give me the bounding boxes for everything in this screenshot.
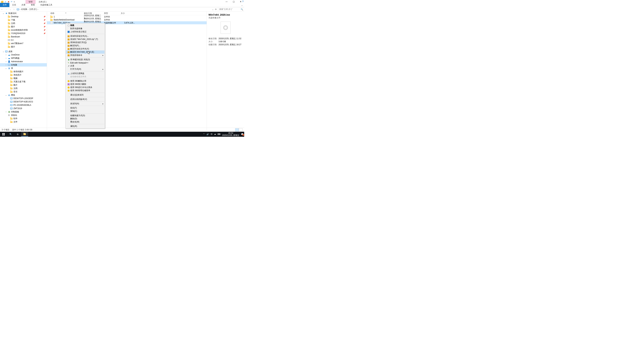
expand-icon[interactable]: ›	[5, 60, 7, 63]
col-size[interactable]: 大小	[121, 12, 136, 15]
search-button[interactable]: 🔍	[7, 132, 14, 137]
taskbar-explorer[interactable]	[21, 132, 28, 137]
menu-item[interactable]: 打开方式(H) ▸	[66, 67, 104, 71]
menu-item[interactable]: 删除(D)	[66, 117, 104, 120]
tree-item[interactable]: › ☁ OneDrive	[0, 53, 47, 56]
menu-item[interactable]: 解压到当前文件夹(X)	[66, 47, 104, 50]
tree-item[interactable]: › 👤 Administrator	[0, 60, 47, 63]
tree-item[interactable]: 🗑 回收站	[0, 113, 47, 117]
tree-item[interactable]: ⌄ 🖧 网络	[0, 93, 47, 97]
clock[interactable]: 16:32 2020/12/25, 星期五	[222, 132, 239, 136]
menu-item[interactable]: ☁ 上传到百度网盘	[66, 72, 104, 75]
start-button[interactable]	[0, 132, 7, 137]
menu-item[interactable]: 使用 360强力删除	[66, 83, 104, 86]
menu-item[interactable]: 解压到(F)...	[66, 44, 104, 47]
tree-item[interactable]: 文件	[0, 120, 47, 123]
menu-item[interactable]: 创建快捷方式(S)	[66, 114, 104, 117]
ribbon-tab-share[interactable]: 共享	[19, 3, 28, 7]
tree-item[interactable]: 本机照片	[0, 73, 47, 77]
tree-item[interactable]: 图片	[0, 83, 47, 87]
refresh-icon[interactable]: ⟳	[215, 8, 217, 10]
qat-dropdown-icon[interactable]: ▾	[14, 1, 15, 3]
tree-item[interactable]: 图片	[0, 45, 47, 48]
breadcrumb-root[interactable]: 此电脑	[21, 8, 27, 11]
qat-close-icon[interactable]: ✖	[8, 1, 10, 3]
menu-item[interactable]: ◆ 用 蜂蜜浏览器 浏览(3)	[66, 58, 104, 61]
tree-item[interactable]: Bandicam	[0, 35, 47, 38]
minimize-button[interactable]: —	[223, 0, 230, 3]
context-menu[interactable]: 装载 刻录光盘映像 上传到有道云笔记 添加到压缩文件(A)... 添加到 "Wi…	[66, 23, 105, 129]
file-row[interactable]: BaiduNetdiskDownload 2020/12/25, 星期五 1..…	[47, 18, 206, 21]
ribbon-tab-file[interactable]: 文件	[0, 3, 10, 7]
help-icon[interactable]: ?	[242, 0, 244, 3]
tree-item[interactable]: 文档 📌	[0, 22, 47, 25]
menu-item[interactable]: 通过QQ发送到	[66, 93, 104, 96]
tree-item[interactable]: › ▦ 控制面板	[0, 110, 47, 113]
menu-item[interactable]: ✎ Edit with Notepad++	[66, 61, 104, 64]
menu-item[interactable]: 发送到(N) ▸	[66, 102, 104, 105]
expand-icon[interactable]: ›	[5, 57, 7, 59]
menu-item[interactable]: ↗ 共享	[66, 64, 104, 67]
nav-forward-icon[interactable]: →	[5, 8, 8, 10]
expand-icon[interactable]: ⌄	[5, 67, 7, 69]
breadcrumb-current[interactable]: 文档 (E:)	[29, 8, 37, 11]
breadcrumb-dropdown-icon[interactable]: ⌄	[212, 8, 214, 10]
tree-item[interactable]: 文档	[0, 87, 47, 90]
tree-item[interactable]: excel表格制作求和 📌	[0, 28, 47, 32]
menu-item[interactable]: 添加到压缩文件(A)...	[66, 34, 104, 38]
col-type[interactable]: 类型	[104, 12, 121, 15]
menu-item[interactable]: 复制(C)	[66, 110, 104, 113]
taskbar[interactable]: 🔍 ⧉ ⌃ 🔊 中 ▰ ⌨ 16:32 2020/12/25, 星期五 💬3	[0, 132, 244, 137]
nav-back-icon[interactable]: ←	[1, 8, 3, 10]
col-name[interactable]: 名称	[50, 12, 54, 14]
tree-item[interactable]: 音乐	[0, 90, 47, 93]
system-tray[interactable]: ⌃ 🔊 中 ▰ ⌨ 16:32 2020/12/25, 星期五 💬3	[203, 132, 244, 136]
view-details-button[interactable]	[235, 128, 239, 132]
menu-item[interactable]: 刻录光盘映像	[66, 27, 104, 30]
ribbon-tab-home[interactable]: 主页	[10, 3, 19, 7]
maximize-button[interactable]: ▢	[230, 0, 237, 3]
tree-item[interactable]: ⌄ ★ 快速访问	[0, 11, 47, 15]
ribbon-tab-isotools[interactable]: 光盘映像工具	[38, 3, 55, 7]
search-icon[interactable]: 🔍	[241, 8, 243, 10]
nav-tree[interactable]: ⌄ ★ 快速访问 Desktop 📌 下载 📌 文档 📌 图片 📌 excel表…	[0, 11, 47, 131]
tree-item[interactable]: 保存的图片	[0, 70, 47, 73]
ribbon-tab-view[interactable]: 查看	[28, 3, 38, 7]
menu-item[interactable]: 添加到 "Win7x64_2020.zip" (T)	[66, 38, 104, 41]
breadcrumb[interactable]: › 此电脑 › 文档 (E:) ›	[16, 8, 211, 11]
menu-item[interactable]: 解压到 Win7x64_2020\ (E)	[66, 50, 104, 54]
tree-item[interactable]: 天翼云盘下载	[0, 80, 47, 83]
nav-history-icon[interactable]: ⌄	[10, 8, 11, 10]
tree-item[interactable]: 下载 📌	[0, 18, 47, 22]
tray-app-icon[interactable]: ▰	[214, 133, 216, 135]
expand-icon[interactable]: ⌄	[2, 12, 4, 14]
tree-item[interactable]: DESKTOP-LSSOEDP	[0, 97, 47, 100]
menu-item[interactable]: 其他压缩命令 ▸	[66, 54, 104, 57]
search-input[interactable]: 搜索"文档 (E:)" 🔍	[218, 8, 243, 11]
menu-item[interactable]: 使用 360解除占用	[66, 79, 104, 83]
view-icons-button[interactable]	[239, 128, 242, 132]
expand-icon[interactable]: ⌄	[5, 94, 7, 96]
menu-item[interactable]: 还原以前的版本(V)	[66, 98, 104, 101]
file-row[interactable]: 1 2020/12/15, 星期二 1... 文件夹	[47, 15, 206, 18]
tree-item[interactable]: G:\	[0, 38, 47, 42]
menu-item[interactable]: 使用 360管理右键菜单	[66, 89, 104, 92]
tree-item[interactable]: PC-20190530OBLA	[0, 103, 47, 107]
volume-icon[interactable]: 🔊	[206, 133, 209, 135]
tree-item[interactable]: 图片 📌	[0, 25, 47, 28]
tree-item[interactable]: DESKTOP-NJEU3CG	[0, 100, 47, 103]
expand-icon[interactable]: ›	[5, 54, 7, 56]
tree-item[interactable]: Desktop 📌	[0, 15, 47, 18]
tree-item[interactable]: 视频	[0, 77, 47, 80]
tree-item[interactable]: YUNQISHI2019 📌	[0, 32, 47, 35]
expand-icon[interactable]: ⌄	[2, 50, 4, 53]
menu-item[interactable]: 重命名(M)	[66, 120, 104, 123]
menu-item[interactable]: 上传到有道云笔记	[66, 30, 104, 33]
menu-item[interactable]: 剪切(T)	[66, 106, 104, 110]
tree-item[interactable]: ZMT2019	[0, 107, 47, 110]
tree-item[interactable]: 软件	[0, 117, 47, 120]
ime-indicator[interactable]: 中	[211, 133, 213, 136]
menu-item[interactable]: 用360压缩打开(Q)	[66, 41, 104, 44]
tree-item[interactable]: win7重装win7	[0, 42, 47, 45]
tree-item[interactable]: ⌄ 桌面	[0, 50, 47, 53]
